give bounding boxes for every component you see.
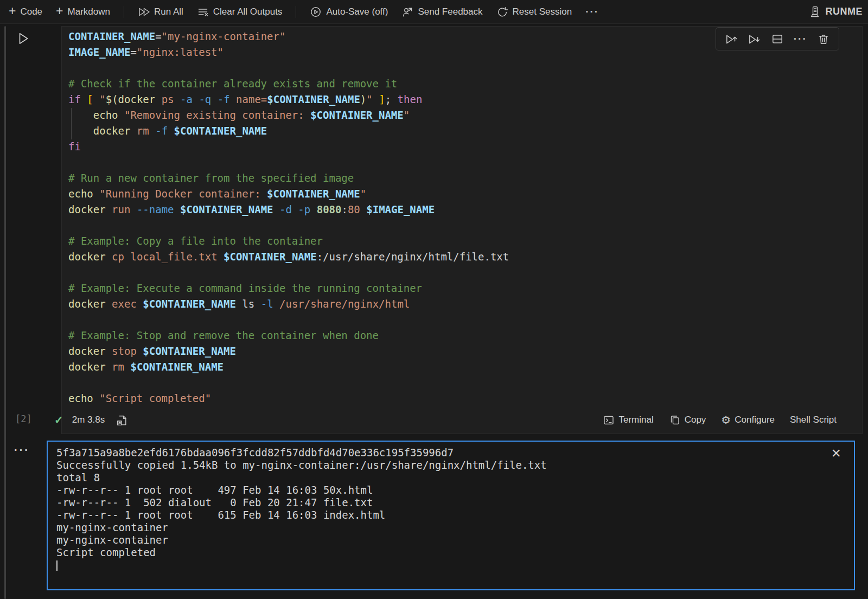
add-code-button[interactable]: + Code <box>9 6 42 17</box>
output-line: 5f3a715a9a8be2efd6176bdaa096f3fcdd82f57d… <box>56 447 547 459</box>
output-options-button[interactable]: ··· <box>14 444 30 456</box>
code-line: # Example: Stop and remove the container… <box>68 328 859 343</box>
cell-toolbar: ··· <box>716 27 839 50</box>
terminal-label: Terminal <box>618 415 653 425</box>
code-line: echo "Running Docker container: $CONTAIN… <box>68 186 859 202</box>
cell-focus-indicator <box>4 26 6 599</box>
clear-all-outputs-icon <box>197 6 209 18</box>
code-line: # Run a new container from the specified… <box>68 170 859 186</box>
code-line <box>68 155 859 170</box>
output-line: my-nginx-container <box>56 534 547 546</box>
toolbar-more-button[interactable]: ··· <box>585 6 599 18</box>
code-line: # Example: Copy a file into the containe… <box>68 233 859 249</box>
add-markdown-button[interactable]: + Markdown <box>56 6 110 17</box>
run-above-button[interactable] <box>725 33 738 46</box>
code-line: # Check if the container already exists … <box>68 76 859 92</box>
run-below-button[interactable] <box>748 33 761 46</box>
cell-output-panel[interactable]: × 5f3a715a9a8be2efd6176bdaa096f3fcdd82f5… <box>47 441 855 590</box>
language-picker[interactable]: Shell Script <box>790 415 837 425</box>
code-line: # Example: Execute a command inside the … <box>68 281 859 296</box>
auto-save-label: Auto-Save (off) <box>326 7 388 17</box>
split-cell-button[interactable] <box>771 33 784 46</box>
send-feedback-icon <box>401 6 413 18</box>
notebook-toolbar: + Code + Markdown Run All Clear All Outp… <box>0 0 868 24</box>
language-label: Shell Script <box>790 415 837 425</box>
cell-status-bar: ✓ 2m 3.8s Terminal Copy ⚙ Configure Shel… <box>54 410 860 430</box>
copy-label: Copy <box>685 415 706 425</box>
toolbar-separator <box>296 6 296 18</box>
more-actions-button[interactable]: ··· <box>794 33 807 45</box>
delete-cell-button[interactable] <box>817 33 830 46</box>
code-line <box>68 265 859 281</box>
output-line: Script completed <box>56 546 547 559</box>
open-output-icon[interactable] <box>116 414 128 426</box>
code-line: docker cp local_file.txt $CONTAINER_NAME… <box>68 249 859 265</box>
output-line: -rw-r--r-- 1 502 dialout 0 Feb 20 21:47 … <box>56 496 547 509</box>
send-feedback-label: Send Feedback <box>418 7 482 17</box>
output-line: -rw-r--r-- 1 root root 615 Feb 14 16:03 … <box>56 509 547 521</box>
terminal-cursor <box>56 560 58 571</box>
ellipsis-icon: ··· <box>585 6 599 18</box>
code-cell: CONTAINER_NAME="my-nginx-container"IMAGE… <box>61 26 863 434</box>
success-check-icon: ✓ <box>54 413 63 426</box>
code-line <box>68 218 859 233</box>
configure-label: Configure <box>735 415 775 425</box>
execution-duration: 2m 3.8s <box>72 415 105 425</box>
plus-icon: + <box>9 5 16 17</box>
output-line: -rw-r--r-- 1 root root 497 Feb 14 16:03 … <box>56 484 547 496</box>
code-line: docker rm $CONTAINER_NAME <box>68 359 859 375</box>
code-line: docker stop $CONTAINER_NAME <box>68 343 859 359</box>
auto-save-icon <box>310 6 322 18</box>
output-line: total 8 <box>56 471 547 484</box>
terminal-output: 5f3a715a9a8be2efd6176bdaa096f3fcdd82f57d… <box>56 447 547 571</box>
reset-session-icon <box>496 6 508 18</box>
add-code-label: Code <box>20 7 42 17</box>
indent-guide <box>71 108 72 139</box>
runme-logo-icon <box>808 5 821 18</box>
execution-count: [2] <box>15 413 32 424</box>
terminal-button[interactable]: Terminal <box>603 414 653 426</box>
run-all-icon <box>138 6 150 18</box>
copy-button[interactable]: Copy <box>669 414 706 426</box>
copy-icon <box>669 414 681 426</box>
run-all-button[interactable]: Run All <box>138 6 183 18</box>
plus-icon: + <box>56 5 63 17</box>
run-cell-button[interactable] <box>16 31 30 46</box>
output-line: Successfully copied 1.54kB to my-nginx-c… <box>56 459 547 471</box>
run-all-label: Run All <box>154 7 183 17</box>
clear-all-outputs-label: Clear All Outputs <box>213 7 283 17</box>
code-line: echo "Script completed" <box>68 391 859 406</box>
code-line <box>68 375 859 391</box>
code-line: docker run --name $CONTAINER_NAME -d -p … <box>68 202 859 218</box>
auto-save-toggle[interactable]: Auto-Save (off) <box>310 6 388 18</box>
code-line: docker exec $CONTAINER_NAME ls -l /usr/s… <box>68 296 859 312</box>
output-line: my-nginx-container <box>56 521 547 534</box>
send-feedback-button[interactable]: Send Feedback <box>401 6 482 18</box>
ellipsis-icon: ··· <box>794 33 807 45</box>
reset-session-label: Reset Session <box>513 7 572 17</box>
runme-brand[interactable]: RUNME <box>808 5 863 18</box>
code-line <box>68 312 859 328</box>
clear-all-outputs-button[interactable]: Clear All Outputs <box>197 6 283 18</box>
code-line: docker rm -f $CONTAINER_NAME <box>68 123 859 139</box>
gear-icon: ⚙ <box>721 415 731 425</box>
cell-status-actions: Terminal Copy ⚙ Configure Shell Script <box>603 414 860 426</box>
configure-button[interactable]: ⚙ Configure <box>721 415 775 425</box>
code-line: echo "Removing existing container: $CONT… <box>68 107 859 123</box>
runme-brand-label: RUNME <box>826 6 863 17</box>
code-line: fi <box>68 139 859 155</box>
terminal-icon <box>603 414 615 426</box>
close-output-icon[interactable]: × <box>831 445 841 461</box>
reset-session-button[interactable]: Reset Session <box>496 6 572 18</box>
code-line <box>68 60 859 76</box>
code-editor[interactable]: CONTAINER_NAME="my-nginx-container"IMAGE… <box>68 29 859 406</box>
toolbar-separator <box>124 6 124 18</box>
add-markdown-label: Markdown <box>68 7 110 17</box>
code-line: if [ "$(docker ps -a -q -f name=$CONTAIN… <box>68 92 859 107</box>
